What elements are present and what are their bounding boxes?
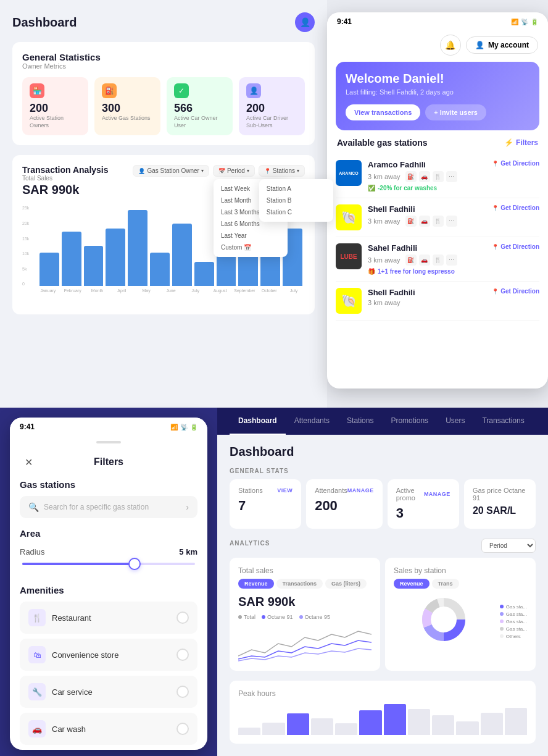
filters-button[interactable]: ⚡ Filters [504, 138, 538, 147]
nav-attendants[interactable]: Attendants [286, 408, 338, 435]
bar-nov [260, 256, 280, 286]
nav-users[interactable]: Users [437, 408, 473, 435]
peak-bar-9 [456, 721, 478, 736]
tab-revenue[interactable]: Revenue [238, 579, 274, 589]
nav-stations[interactable]: Stations [338, 408, 382, 435]
station-c[interactable]: Station C [259, 206, 333, 218]
get-direction-0[interactable]: 📍 Get Direction [492, 160, 539, 167]
station-distance-3: 3 km away [368, 299, 401, 306]
slider-thumb[interactable] [128, 558, 141, 570]
stat-label-drivers: Active Car Driver Sub-Users [246, 115, 297, 129]
car-wash-icon: 🚗 [28, 720, 46, 737]
period-select[interactable]: Period Last Week Last Month [481, 539, 536, 553]
donut-legend: Gas sta... Gas sta... Gas sta... Gas sta… [500, 604, 527, 639]
label-jul: July [185, 288, 207, 293]
peak-bar-0 [238, 728, 260, 736]
period-custom[interactable]: Custom 📅 [214, 242, 288, 253]
peak-bar-5 [359, 710, 381, 735]
filter-stations[interactable]: 📍 Stations ▾ Station A Station B Station… [259, 165, 305, 177]
station-card-1[interactable]: 🐚 Shell Fadhili 3 km away ⛽ 🚗 🍴 ⋯ [336, 198, 539, 237]
tab-station-revenue[interactable]: Revenue [394, 579, 430, 589]
station-b[interactable]: Station B [259, 195, 333, 206]
amenity-car-service[interactable]: 🔧 Car service [20, 676, 197, 708]
stat-box-stations-action[interactable]: VIEW [277, 487, 293, 494]
filter-sheet: 9:41 📶 📡 🔋 ✕ Filters Gas stations 🔍 Sear… [10, 418, 207, 750]
peak-bar-6 [384, 704, 406, 735]
stat-box-attendants-action[interactable]: MANAGE [347, 487, 374, 494]
amenity-convenience[interactable]: 🛍 Convenience store [20, 639, 197, 671]
stat-label-owners: Active Station Owners [30, 115, 81, 129]
filter-signal-icon: 📶 [170, 424, 178, 430]
total-sales-card-value: SAR 990k [238, 595, 372, 609]
stats-subheading: Owner Metrics [22, 62, 305, 70]
filter-period[interactable]: 📅 Period ▾ Last Week Last Month Last 3 M… [213, 165, 255, 177]
car-service-radio[interactable] [176, 686, 189, 698]
sahel-logo: LUBE [336, 243, 362, 269]
filter-close-button[interactable]: ✕ [20, 453, 37, 471]
amenity-food-1: 🍴 [433, 216, 444, 227]
stat-card-drivers: 👤 200 Active Car Driver Sub-Users [239, 77, 305, 135]
total-sales-card: Total sales Revenue Transactions Gas (li… [230, 558, 380, 671]
bell-button[interactable]: 🔔 [440, 35, 461, 56]
admin-panel: Dashboard Attendants Stations Promotions… [217, 408, 548, 756]
station-search[interactable]: 🔍 Search for a specific gas station › [20, 496, 197, 518]
mobile-time: 9:41 [337, 17, 352, 26]
view-transactions-button[interactable]: View transactions [346, 104, 420, 120]
stat-box-attendants-value: 200 [315, 498, 374, 514]
station-a[interactable]: Station A [259, 183, 333, 195]
search-arrow-icon: › [186, 502, 189, 512]
restaurant-radio[interactable] [176, 611, 189, 624]
restaurant-icon: 🍴 [28, 609, 46, 626]
radius-slider[interactable] [22, 563, 195, 565]
get-direction-2[interactable]: 📍 Get Direction [492, 243, 539, 250]
station-name-0: Aramco Fadhili [368, 160, 486, 169]
y-label-10k: 10k [22, 251, 29, 256]
peak-bar-10 [481, 713, 503, 735]
nav-promotions[interactable]: Promotions [382, 408, 437, 435]
label-mar: Month [86, 288, 109, 293]
filter-owner-label: Gas Station Owner [147, 167, 199, 174]
amenity-more: ⋯ [446, 171, 457, 182]
station-card-0[interactable]: ARAMCO Aramco Fadhili 3 km away ⛽ 🚗 🍴 ⋯ [336, 154, 539, 198]
y-label-15k: 15k [22, 237, 29, 241]
get-direction-1[interactable]: 📍 Get Direction [492, 204, 539, 211]
amenity-restaurant[interactable]: 🍴 Restaurant [20, 602, 197, 634]
legend-octane91: Octane 91 [262, 614, 293, 620]
period-last-year[interactable]: Last Year [214, 230, 288, 242]
shell-logo-3: 🐚 [336, 288, 362, 314]
convenience-radio[interactable] [176, 649, 189, 661]
amenity-more-2: ⋯ [446, 254, 457, 266]
search-icon: 🔍 [28, 502, 39, 512]
welcome-subtitle: Last filling: Shell Fahdili, 2 days ago [346, 88, 529, 96]
tab-transactions[interactable]: Transactions [276, 579, 323, 589]
area-heading: Area [20, 528, 197, 539]
account-button[interactable]: 👤 My account [466, 36, 538, 54]
station-card-2[interactable]: LUBE Sahel Fadhili 3 km away ⛽ 🚗 🍴 ⋯ [336, 237, 539, 282]
label-jun: June [160, 288, 182, 293]
tab-gas[interactable]: Gas (liters) [325, 579, 367, 589]
amenity-car-service-label: Car service [52, 687, 93, 697]
invite-users-button[interactable]: + Invite users [425, 104, 486, 120]
peak-bar-7 [408, 709, 430, 736]
station-distance-1: 3 km away [368, 217, 401, 225]
nav-dashboard[interactable]: Dashboard [230, 408, 286, 435]
stat-number-owners: 200 [30, 102, 81, 115]
station-promo-2: 🎁 1+1 free for long espresso [368, 268, 486, 275]
peak-bar-8 [432, 715, 454, 736]
car-wash-radio[interactable] [176, 723, 189, 735]
stat-box-attendants: Attendants MANAGE 200 [306, 479, 383, 529]
station-card-3[interactable]: 🐚 Shell Fadhili 3 km away 📍 Get Directio… [336, 282, 539, 321]
stat-box-stations: Stations VIEW 7 [230, 479, 301, 529]
get-direction-3[interactable]: 📍 Get Direction [492, 288, 539, 295]
bar-apr [106, 229, 125, 287]
station-name-3: Shell Fadhili [368, 288, 486, 297]
car-service-icon: 🔧 [28, 683, 46, 700]
amenity-car-wash[interactable]: 🚗 Car wash [20, 713, 197, 745]
filter-owner[interactable]: 👤 Gas Station Owner ▾ [133, 165, 209, 177]
tab-station-trans[interactable]: Trans [432, 579, 459, 589]
nav-transactions[interactable]: Transactions [473, 408, 533, 435]
stat-box-promo-action[interactable]: MANAGE [424, 491, 450, 497]
search-placeholder-text: Search for a specific gas station [44, 503, 149, 511]
y-label-25k: 25k [22, 206, 29, 210]
amenity-fuel: ⛽ [405, 171, 417, 182]
